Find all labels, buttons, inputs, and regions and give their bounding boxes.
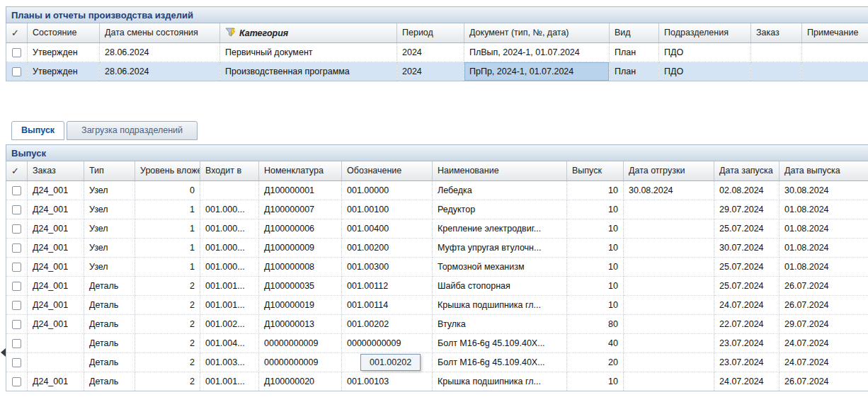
row-checkbox[interactable] <box>12 186 21 195</box>
cell[interactable]: ПДО <box>659 42 751 62</box>
cell[interactable]: 26.07.2024 <box>780 295 868 314</box>
cell[interactable]: 29.07.2024 <box>714 200 780 219</box>
cell[interactable]: Д24_001 <box>28 372 84 391</box>
cell[interactable] <box>624 257 714 276</box>
row-checkbox[interactable] <box>12 205 21 214</box>
cell[interactable] <box>624 238 714 257</box>
cell[interactable]: 2 <box>135 372 200 391</box>
cell[interactable] <box>624 352 714 372</box>
cell[interactable]: 001.003... <box>200 352 259 372</box>
cell[interactable]: 40 <box>567 333 624 352</box>
cell[interactable]: 001.000... <box>200 219 259 238</box>
row-checkbox[interactable] <box>12 320 21 329</box>
cell[interactable]: 001.00202 <box>342 314 433 333</box>
column-header-2[interactable]: Дата смены состояния <box>100 23 220 42</box>
table-row[interactable]: Д24_001Деталь2001.001...Д100000019001.00… <box>6 295 868 314</box>
cell[interactable]: 28.06.2024 <box>100 42 220 62</box>
cell[interactable]: 2 <box>135 314 200 333</box>
cell[interactable]: 2024 <box>397 42 464 62</box>
column-header-5[interactable]: Номенклатура <box>259 161 342 180</box>
cell[interactable]: Тормозной механизм <box>433 257 567 276</box>
cell[interactable]: План <box>610 62 659 81</box>
cell[interactable]: 001.00112 <box>342 276 433 295</box>
table-row[interactable]: Утвержден28.06.2024Первичный документ202… <box>6 42 868 62</box>
splitter-collapse-left-icon[interactable] <box>1 348 6 357</box>
cell[interactable]: 00000000009 <box>342 333 433 352</box>
cell[interactable]: 2 <box>135 295 200 314</box>
cell[interactable] <box>28 352 84 372</box>
cell[interactable]: 10 <box>567 219 624 238</box>
cell[interactable]: 001.001... <box>200 295 259 314</box>
cell[interactable]: Д100000013 <box>259 314 342 333</box>
cell[interactable]: 24.07.2024 <box>780 352 868 372</box>
table-row[interactable]: Д24_001Узел0Д100000001001.00000Лебедка10… <box>6 180 868 200</box>
cell[interactable]: Деталь <box>84 276 135 295</box>
cell[interactable]: Деталь <box>84 314 135 333</box>
cell[interactable]: 1 <box>135 238 200 257</box>
cell[interactable]: 25.07.2024 <box>714 219 780 238</box>
cell[interactable]: 001.000... <box>200 200 259 219</box>
cell[interactable]: Д24_001 <box>28 295 84 314</box>
cell[interactable]: 001.00114 <box>342 295 433 314</box>
cell[interactable]: Болт М16-6g 45.109.40Х... <box>433 352 567 372</box>
table-row[interactable]: Д24_001Узел1001.000...Д100000006001.0040… <box>6 219 868 238</box>
cell[interactable]: 1 <box>135 257 200 276</box>
column-header-2[interactable]: Тип <box>84 161 135 180</box>
cell[interactable]: 20 <box>567 352 624 372</box>
row-checkbox[interactable] <box>12 358 21 367</box>
row-checkbox[interactable] <box>12 339 21 348</box>
cell[interactable]: Редуктор <box>433 200 567 219</box>
cell[interactable]: Деталь <box>84 333 135 352</box>
table-row[interactable]: Д24_001Узел1001.000...Д100000009001.0020… <box>6 238 868 257</box>
cell[interactable]: 02.08.2024 <box>714 180 780 200</box>
cell[interactable]: Производственная программа <box>220 62 397 81</box>
cell[interactable]: Д24_001 <box>28 200 84 219</box>
cell[interactable]: План <box>610 42 659 62</box>
cell[interactable]: Д100000008 <box>259 257 342 276</box>
cell[interactable]: 2 <box>135 276 200 295</box>
table-row[interactable]: Д24_001Деталь2001.001...Д100000035001.00… <box>6 276 868 295</box>
cell[interactable] <box>28 333 84 352</box>
cell[interactable] <box>624 314 714 333</box>
row-checkbox[interactable] <box>12 263 21 272</box>
cell[interactable]: Д100000009 <box>259 238 342 257</box>
cell[interactable]: Узел <box>84 200 135 219</box>
cell[interactable]: 26.07.2024 <box>780 372 868 391</box>
cell[interactable]: Д24_001 <box>28 314 84 333</box>
row-checkbox[interactable] <box>12 301 21 310</box>
cell[interactable]: 001.00103 <box>342 372 433 391</box>
column-header-4[interactable]: Период <box>397 23 464 42</box>
cell[interactable]: 001.001... <box>200 276 259 295</box>
tab-vypusk[interactable]: Выпуск <box>11 121 64 140</box>
cell[interactable]: Лебедка <box>433 180 567 200</box>
cell[interactable]: Узел <box>84 219 135 238</box>
cell[interactable]: 00000000009 <box>259 352 342 372</box>
cell[interactable]: 30.08.2024 <box>624 180 714 200</box>
column-header-6[interactable]: Вид <box>610 23 659 42</box>
table-row[interactable]: Д24_001Деталь2001.002...Д100000013001.00… <box>6 314 868 333</box>
cell[interactable]: 24.07.2024 <box>714 372 780 391</box>
cell[interactable]: 1 <box>135 219 200 238</box>
table-row[interactable]: Деталь2001.003...00000000009Болт М16-6g … <box>6 352 868 372</box>
cell[interactable]: 01.08.2024 <box>780 200 868 219</box>
cell[interactable]: 2 <box>135 352 200 372</box>
cell[interactable]: Крепление электродвиг... <box>433 219 567 238</box>
cell[interactable] <box>802 62 868 81</box>
cell[interactable]: Д24_001 <box>28 276 84 295</box>
cell[interactable]: 10 <box>567 200 624 219</box>
cell[interactable]: 30.07.2024 <box>714 238 780 257</box>
cell[interactable]: Д24_001 <box>28 180 84 200</box>
column-header-9[interactable]: Примечание <box>802 23 868 42</box>
row-checkbox[interactable] <box>12 377 21 386</box>
cell[interactable]: 10 <box>567 372 624 391</box>
column-header-7[interactable]: Наименование <box>433 161 567 180</box>
row-checkbox[interactable] <box>12 48 21 57</box>
cell[interactable]: 01.08.2024 <box>780 238 868 257</box>
table-row[interactable]: Д24_001Узел1001.000...Д100000008001.0030… <box>6 257 868 276</box>
cell[interactable] <box>624 372 714 391</box>
cell[interactable]: Д100000001 <box>259 180 342 200</box>
cell[interactable]: 001.000... <box>200 257 259 276</box>
cell[interactable] <box>624 219 714 238</box>
column-header-8[interactable]: Заказ <box>751 23 802 42</box>
column-header-9[interactable]: Дата отгрузки <box>624 161 714 180</box>
